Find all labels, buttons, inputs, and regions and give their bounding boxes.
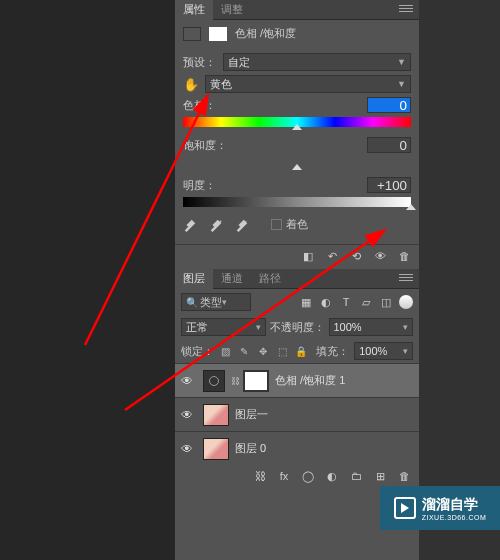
link-icon: ⛓ bbox=[231, 376, 239, 386]
chevron-down-icon: ▼ bbox=[397, 79, 406, 89]
tab-paths[interactable]: 路径 bbox=[251, 268, 289, 289]
visibility-icon[interactable]: 👁 bbox=[373, 249, 387, 263]
visibility-toggle[interactable]: 👁 bbox=[181, 442, 195, 456]
saturation-slider[interactable] bbox=[183, 157, 411, 167]
layer-name[interactable]: 色相 /饱和度 1 bbox=[275, 373, 345, 388]
adjustment-title: 色相 /饱和度 bbox=[235, 26, 296, 41]
filter-adjust-icon[interactable]: ◐ bbox=[319, 295, 333, 309]
tab-properties[interactable]: 属性 bbox=[175, 0, 213, 20]
clip-icon[interactable]: ◧ bbox=[301, 249, 315, 263]
opacity-input[interactable]: 100%▾ bbox=[329, 318, 414, 336]
chevron-down-icon: ▾ bbox=[222, 297, 227, 307]
lightness-input[interactable] bbox=[367, 177, 411, 193]
link-layers-icon[interactable]: ⛓ bbox=[253, 469, 267, 483]
layers-tabbar: 图层 通道 路径 bbox=[175, 269, 419, 289]
colorize-label: 着色 bbox=[286, 217, 308, 232]
filter-smart-icon[interactable]: ◫ bbox=[379, 295, 393, 309]
colorize-checkbox[interactable] bbox=[271, 219, 282, 230]
svg-text:+: + bbox=[219, 218, 223, 224]
slider-thumb[interactable] bbox=[292, 164, 302, 170]
previous-state-icon[interactable]: ↶ bbox=[325, 249, 339, 263]
hue-label: 色相： bbox=[183, 98, 216, 113]
filter-type-icon[interactable]: T bbox=[339, 295, 353, 309]
lightness-slider[interactable] bbox=[183, 197, 411, 207]
properties-tabbar: 属性 调整 bbox=[175, 0, 419, 20]
properties-footer: ◧ ↶ ⟲ 👁 🗑 bbox=[175, 244, 419, 269]
reset-icon[interactable]: ⟲ bbox=[349, 249, 363, 263]
layer-name[interactable]: 图层 0 bbox=[235, 441, 266, 456]
layer-thumb bbox=[203, 404, 229, 426]
properties-body: 预设： 自定▼ ✋ 黄色▼ 色相： 饱和度： 明度： bbox=[175, 43, 419, 238]
lock-transparent-icon[interactable]: ▨ bbox=[219, 345, 231, 357]
hue-slider[interactable] bbox=[183, 117, 411, 127]
canvas-area bbox=[0, 0, 175, 560]
filter-toggle[interactable] bbox=[399, 295, 413, 309]
panel-menu-icon[interactable] bbox=[399, 3, 413, 16]
tab-channels[interactable]: 通道 bbox=[213, 268, 251, 289]
visibility-toggle[interactable]: 👁 bbox=[181, 408, 195, 422]
preset-select[interactable]: 自定▼ bbox=[223, 53, 411, 71]
saturation-input[interactable] bbox=[367, 137, 411, 153]
layers-footer: ⛓ fx ◯ ◐ 🗀 ⊞ 🗑 bbox=[175, 465, 419, 487]
fill-label: 填充： bbox=[316, 344, 349, 359]
watermark: 溜溜自学 ZIXUE.3D66.COM bbox=[380, 486, 500, 530]
trash-icon[interactable]: 🗑 bbox=[397, 469, 411, 483]
lightness-label: 明度： bbox=[183, 178, 216, 193]
trash-icon[interactable]: 🗑 bbox=[397, 249, 411, 263]
tab-adjust[interactable]: 调整 bbox=[213, 0, 251, 20]
mask-thumb[interactable] bbox=[243, 370, 269, 392]
layer-row[interactable]: 👁 图层 0 bbox=[175, 431, 419, 465]
blend-mode-select[interactable]: 正常▾ bbox=[181, 318, 266, 336]
fx-icon[interactable]: fx bbox=[277, 469, 291, 483]
play-icon bbox=[394, 497, 416, 519]
adjustment-header: 色相 /饱和度 bbox=[175, 20, 419, 43]
right-panels: 属性 调整 色相 /饱和度 预设： 自定▼ ✋ 黄色▼ 色相： 饱 bbox=[175, 0, 419, 560]
mask-icon[interactable]: ◯ bbox=[301, 469, 315, 483]
new-adjustment-icon[interactable]: ◐ bbox=[325, 469, 339, 483]
lock-artboard-icon[interactable]: ⬚ bbox=[276, 345, 288, 357]
lock-image-icon[interactable]: ✎ bbox=[238, 345, 250, 357]
hue-input[interactable] bbox=[367, 97, 411, 113]
lock-all-icon[interactable]: 🔒 bbox=[295, 345, 307, 357]
lock-label: 锁定： bbox=[181, 344, 214, 359]
saturation-label: 饱和度： bbox=[183, 138, 227, 153]
fill-input[interactable]: 100%▾ bbox=[354, 342, 413, 360]
search-icon: 🔍 bbox=[186, 297, 198, 308]
filter-pixel-icon[interactable]: ▦ bbox=[299, 295, 313, 309]
mask-icon bbox=[209, 27, 227, 41]
eyedropper-icon[interactable] bbox=[183, 218, 197, 232]
layer-kind-select[interactable]: 🔍 类型 ▾ bbox=[181, 293, 251, 311]
lock-position-icon[interactable]: ✥ bbox=[257, 345, 269, 357]
new-group-icon[interactable]: 🗀 bbox=[349, 469, 363, 483]
color-range-select[interactable]: 黄色▼ bbox=[205, 75, 411, 93]
blend-row: 正常▾ 不透明度： 100%▾ bbox=[175, 315, 419, 339]
eyedropper-minus-icon[interactable]: - bbox=[235, 218, 249, 232]
slider-thumb[interactable] bbox=[406, 204, 416, 210]
opacity-label: 不透明度： bbox=[270, 320, 325, 335]
chevron-down-icon: ▾ bbox=[256, 322, 261, 332]
filter-shape-icon[interactable]: ▱ bbox=[359, 295, 373, 309]
slider-thumb[interactable] bbox=[292, 124, 302, 130]
layer-row[interactable]: 👁 图层一 bbox=[175, 397, 419, 431]
visibility-toggle[interactable]: 👁 bbox=[181, 374, 195, 388]
svg-text:-: - bbox=[245, 218, 247, 224]
preset-label: 预设： bbox=[183, 55, 223, 70]
chevron-down-icon: ▼ bbox=[397, 57, 406, 67]
target-adjust-icon[interactable]: ✋ bbox=[183, 76, 199, 92]
layer-row[interactable]: 👁 ⛓ 色相 /饱和度 1 bbox=[175, 363, 419, 397]
lock-row: 锁定： ▨ ✎ ✥ ⬚ 🔒 填充： 100%▾ bbox=[175, 339, 419, 363]
panel-menu-icon[interactable] bbox=[399, 272, 413, 285]
new-layer-icon[interactable]: ⊞ bbox=[373, 469, 387, 483]
hue-adjustment-icon bbox=[183, 27, 201, 41]
layers-filter-row: 🔍 类型 ▾ ▦ ◐ T ▱ ◫ bbox=[175, 289, 419, 315]
layer-thumb bbox=[203, 438, 229, 460]
eyedropper-row: + - 着色 bbox=[183, 217, 411, 232]
layer-name[interactable]: 图层一 bbox=[235, 407, 268, 422]
eyedropper-plus-icon[interactable]: + bbox=[209, 218, 223, 232]
tab-layers[interactable]: 图层 bbox=[175, 268, 213, 289]
collapsed-panels bbox=[419, 0, 500, 560]
adjustment-thumb-icon bbox=[203, 370, 225, 392]
